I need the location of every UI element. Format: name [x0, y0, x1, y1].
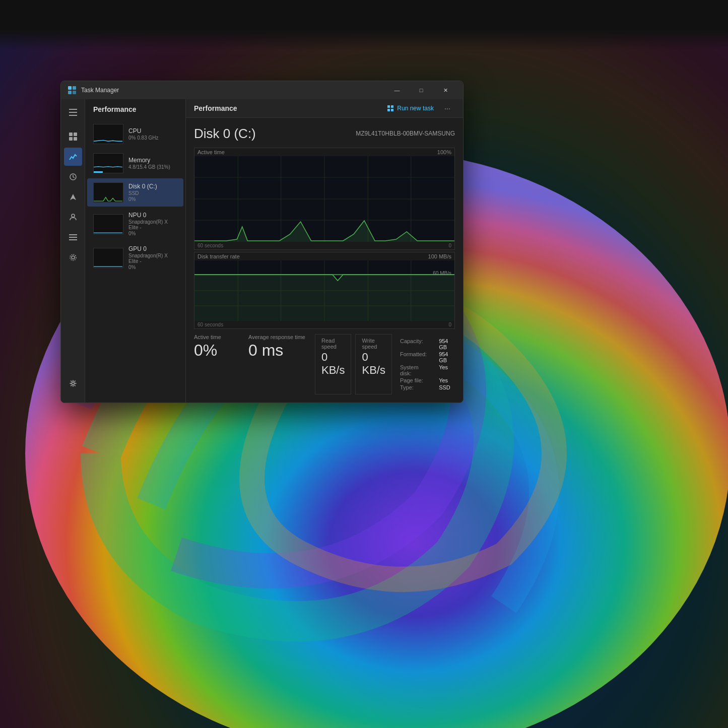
svg-rect-22	[391, 105, 393, 108]
monitor-top-frame	[0, 0, 728, 50]
svg-point-14	[72, 214, 75, 217]
active-time-chart: Active time 100%	[194, 148, 455, 250]
memory-thumb	[93, 153, 123, 173]
sidebar-menu-button[interactable]	[64, 103, 82, 121]
chart2-body: 60 MB/s	[194, 260, 454, 321]
disk0-info: Disk 0 (C:) SSD 0%	[128, 183, 177, 202]
taskmanager-window: Task Manager — □ ✕	[60, 81, 464, 403]
memory-bar	[94, 171, 103, 173]
stats-section: Active time 0% Average response time 0 m…	[194, 334, 455, 394]
title-bar: Task Manager — □ ✕	[61, 81, 463, 99]
speed-stats: Read speed 0 KB/s Write speed 0 KB/s	[315, 334, 392, 394]
chart1-label: Active time	[197, 149, 225, 155]
svg-rect-6	[69, 109, 77, 110]
cpu-info: CPU 0% 0.83 GHz	[128, 127, 177, 141]
formatted-key: Formatted:	[400, 351, 427, 363]
maximize-button[interactable]: □	[410, 83, 433, 98]
gpu0-thumb	[93, 248, 123, 268]
cpu-thumb	[93, 124, 123, 144]
page-file-val: Yes	[439, 377, 450, 383]
memory-detail: 4.8/15.4 GB (31%)	[128, 164, 177, 170]
transfer-rate-chart: Disk transfer rate 100 MB/s	[194, 252, 455, 329]
svg-rect-15	[69, 234, 77, 235]
svg-rect-3	[73, 86, 76, 90]
close-button[interactable]: ✕	[434, 83, 457, 98]
panel-header: Performance	[85, 99, 185, 119]
main-content: Performance Run new task ··· Disk 0 (C:)…	[186, 99, 463, 403]
sidebar-item-startup[interactable]	[64, 188, 82, 206]
svg-rect-24	[391, 109, 393, 111]
taskmanager-icon	[67, 85, 77, 95]
svg-rect-12	[74, 137, 77, 141]
svg-rect-2	[68, 86, 72, 90]
gpu0-info: GPU 0 Snapdragon(R) X Elite - 0%	[128, 245, 177, 270]
icon-sidebar	[61, 99, 85, 403]
perf-item-disk0[interactable]: Disk 0 (C:) SSD 0%	[87, 178, 183, 207]
gpu0-detail2: 0%	[128, 264, 177, 270]
disk0-thumb	[93, 182, 123, 203]
disk-title: Disk 0 (C:)	[194, 126, 256, 142]
chart2-time-label: 60 seconds 0	[194, 321, 454, 328]
disk0-detail1: SSD	[128, 190, 177, 196]
sidebar-bottom	[64, 374, 82, 399]
svg-rect-5	[73, 91, 76, 94]
svg-marker-43	[194, 275, 454, 321]
cpu-detail: 0% 0.83 GHz	[128, 135, 177, 141]
type-key: Type:	[400, 384, 427, 390]
sidebar-item-performance[interactable]	[64, 148, 82, 166]
sidebar-item-services[interactable]	[64, 248, 82, 267]
avg-response-label: Average response time	[248, 334, 307, 340]
sidebar-item-processes[interactable]	[64, 127, 82, 146]
chart2-mid-label: 60 MB/s	[433, 271, 451, 276]
read-speed-label: Read speed	[321, 338, 345, 350]
capacity-val: 954 GB	[439, 338, 450, 350]
sidebar-item-details[interactable]	[64, 228, 82, 246]
svg-rect-16	[69, 237, 77, 238]
svg-rect-8	[69, 115, 77, 116]
active-time-value: 0%	[194, 341, 238, 360]
npu0-thumb	[93, 214, 123, 234]
svg-rect-4	[68, 91, 72, 94]
perf-item-memory[interactable]: Memory 4.8/15.4 GB (31%)	[87, 149, 183, 177]
disk0-name: Disk 0 (C:)	[128, 183, 177, 190]
more-options-button[interactable]: ···	[440, 101, 455, 115]
formatted-val: 954 GB	[439, 351, 450, 363]
perf-item-gpu0[interactable]: GPU 0 Snapdragon(R) X Elite - 0%	[87, 241, 183, 274]
chart1-max: 100%	[437, 149, 451, 155]
write-speed-stat: Write speed 0 KB/s	[355, 334, 391, 394]
svg-rect-21	[387, 105, 390, 108]
memory-info: Memory 4.8/15.4 GB (31%)	[128, 157, 177, 170]
npu0-detail2: 0%	[128, 231, 177, 236]
sidebar-item-history[interactable]	[64, 168, 82, 186]
gpu0-name: GPU 0	[128, 245, 177, 252]
read-speed-stat: Read speed 0 KB/s	[315, 334, 351, 394]
svg-rect-11	[69, 137, 73, 141]
window-title: Task Manager	[81, 87, 385, 94]
svg-rect-23	[387, 109, 390, 111]
svg-rect-17	[69, 239, 77, 240]
settings-button[interactable]	[64, 374, 82, 392]
content-area[interactable]: Disk 0 (C:) MZ9L41T0HBLB-00BMV-SAMSUNG A…	[186, 118, 463, 403]
disk-header: Disk 0 (C:) MZ9L41T0HBLB-00BMV-SAMSUNG	[194, 126, 455, 142]
svg-point-20	[72, 382, 74, 385]
svg-point-18	[72, 256, 75, 259]
disk0-detail2: 0%	[128, 196, 177, 202]
toolbar-title: Performance	[194, 104, 381, 112]
type-val: SSD	[439, 384, 450, 390]
run-new-task-button[interactable]: Run new task	[381, 103, 440, 114]
npu0-info: NPU 0 Snapdragon(R) X Elite - 0%	[128, 212, 177, 236]
write-speed-value: 0 KB/s	[362, 351, 385, 377]
avg-response-stat: Average response time 0 ms	[244, 334, 315, 394]
capacity-key: Capacity:	[400, 338, 427, 350]
memory-name: Memory	[128, 157, 177, 164]
minimize-button[interactable]: —	[385, 83, 409, 98]
sidebar-item-users[interactable]	[64, 208, 82, 226]
window-controls: — □ ✕	[385, 83, 457, 98]
chart2-label-row: Disk transfer rate 100 MB/s	[194, 252, 454, 260]
main-area: Performance CPU 0% 0.83 GHz	[61, 99, 463, 403]
perf-item-cpu[interactable]: CPU 0% 0.83 GHz	[87, 120, 183, 148]
read-speed-value: 0 KB/s	[321, 351, 345, 377]
chart2-max: 100 MB/s	[428, 253, 451, 259]
perf-item-npu0[interactable]: NPU 0 Snapdragon(R) X Elite - 0%	[87, 208, 183, 240]
toolbar: Performance Run new task ···	[186, 99, 463, 118]
